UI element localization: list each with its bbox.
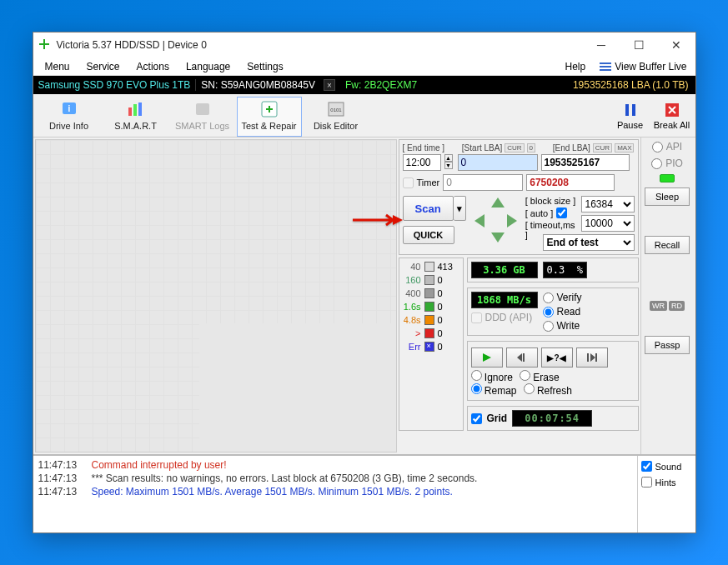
action-remap[interactable]: Remap — [471, 383, 517, 397]
block-size-select[interactable]: 16384 — [581, 196, 635, 212]
device-name[interactable]: Samsung SSD 970 EVO Plus 1TB — [33, 79, 197, 91]
main-row: [ End time ] [Start LBA]CUR0 [End LBA]CU… — [33, 138, 695, 454]
mode-read[interactable]: Read — [543, 306, 582, 318]
svg-marker-20 — [590, 353, 595, 362]
app-icon — [38, 38, 52, 52]
start-lba-input[interactable] — [458, 154, 538, 171]
minimize-button[interactable]: ─ — [583, 33, 620, 57]
sleep-button[interactable]: Sleep — [645, 188, 690, 206]
tab-smart-logs[interactable]: SMART Logs — [170, 97, 235, 137]
pause-button[interactable]: Pause — [610, 98, 650, 133]
scan-dropdown[interactable]: ▾ — [454, 196, 466, 221]
dpad-right[interactable] — [507, 214, 517, 228]
tab-test-repair[interactable]: Test & Repair — [237, 97, 302, 137]
quick-button[interactable]: QUICK — [403, 226, 454, 244]
action-refresh[interactable]: Refresh — [524, 383, 572, 397]
pause-icon — [620, 102, 640, 118]
svg-rect-12 — [625, 104, 629, 116]
end-lba-cur-badge[interactable]: CUR — [593, 143, 612, 152]
start-lba-cur-badge[interactable]: CUR — [505, 143, 524, 152]
main-toolbar: i Drive Info S.M.A.R.T SMART Logs Test &… — [33, 94, 695, 138]
timing-legend: 40413 1600 4000 1.6s0 4.8s0 >0 Err×0 — [399, 258, 464, 431]
tab-smart[interactable]: S.M.A.R.T — [103, 97, 168, 137]
svg-text:0101: 0101 — [330, 108, 342, 112]
svg-rect-8 — [196, 103, 209, 115]
start-lba-zero-badge[interactable]: 0 — [527, 143, 535, 152]
current-block-value — [526, 174, 615, 191]
dpad-left[interactable] — [474, 214, 484, 228]
disk-editor-icon: 0101 — [323, 99, 349, 119]
menu-service[interactable]: Service — [78, 59, 128, 74]
menu-bar: Menu Service Actions Language Settings H… — [33, 58, 695, 76]
mode-verify[interactable]: Verify — [543, 292, 582, 303]
svg-marker-15 — [393, 215, 403, 225]
end-lba-max-badge[interactable]: MAX — [615, 143, 634, 152]
app-window: Victoria 5.37 HDD/SSD | Device 0 ─ ☐ ✕ M… — [33, 32, 696, 533]
menu-language[interactable]: Language — [178, 59, 238, 74]
stop-icon — [662, 102, 682, 118]
svg-rect-2 — [600, 69, 611, 71]
end-of-test-select[interactable]: End of test — [543, 234, 635, 251]
log-row: 11:47:13Command interrupted by user! — [38, 459, 632, 471]
play-button[interactable] — [471, 348, 503, 368]
scan-button[interactable]: Scan — [403, 196, 454, 221]
recall-button[interactable]: Recall — [645, 236, 690, 254]
svg-rect-0 — [600, 62, 611, 64]
tab-disk-editor[interactable]: 0101 Disk Editor — [304, 97, 369, 137]
end-time-input[interactable] — [403, 154, 441, 171]
log-table[interactable]: 11:47:13Command interrupted by user! 11:… — [33, 456, 637, 532]
time-up[interactable]: ▲ — [444, 154, 453, 162]
menu-actions[interactable]: Actions — [128, 59, 178, 74]
timer-label: Timer — [417, 178, 440, 188]
random-button[interactable]: ▶?◀ — [541, 348, 573, 368]
log-side: Sound Hints — [637, 456, 695, 532]
mode-write[interactable]: Write — [543, 320, 582, 332]
clear-sn-button[interactable]: × — [324, 79, 335, 91]
hints-checkbox[interactable]: Hints — [641, 477, 692, 488]
menu-settings[interactable]: Settings — [238, 59, 291, 74]
auto-checkbox[interactable] — [556, 208, 567, 218]
device-bar: Samsung SSD 970 EVO Plus 1TB SN: S59ANG0… — [33, 76, 695, 94]
grid-checkbox[interactable] — [471, 413, 482, 424]
timer-value — [443, 174, 523, 191]
step-back-button[interactable] — [506, 348, 538, 368]
maximize-button[interactable]: ☐ — [620, 33, 658, 57]
svg-text:i: i — [68, 104, 70, 113]
timeout-select[interactable]: 10000 — [581, 215, 635, 232]
end-lba-label: [End LBA] — [553, 143, 590, 152]
action-ignore[interactable]: Ignore — [471, 370, 513, 383]
nav-dpad — [473, 196, 519, 244]
lba-info: 1953525168 LBA (1.0 TB) — [566, 79, 695, 91]
svg-rect-19 — [587, 353, 589, 362]
progress-pct: 0.3 % — [543, 262, 587, 278]
end-time-label: [ End time ] — [403, 143, 445, 152]
block-size-label: [ block size ] — [525, 196, 576, 206]
progress-gb: 3.36 GB — [471, 262, 538, 278]
sound-checkbox[interactable]: Sound — [641, 461, 692, 472]
dpad-up[interactable] — [491, 198, 505, 208]
close-button[interactable]: ✕ — [658, 33, 695, 57]
svg-rect-13 — [632, 104, 635, 116]
menu-menu[interactable]: Menu — [37, 59, 78, 74]
break-all-button[interactable]: Break All — [652, 98, 692, 133]
speed-display: 1868 MB/s — [471, 292, 538, 308]
view-buffer-live[interactable]: View Buffer Live — [594, 61, 691, 72]
surface-map[interactable] — [35, 139, 397, 452]
svg-rect-6 — [133, 104, 137, 116]
status-led — [660, 174, 675, 182]
step-fwd-button[interactable] — [576, 348, 608, 368]
pointer-arrow-annotation — [353, 213, 403, 229]
passp-button[interactable]: Passp — [645, 336, 690, 354]
svg-rect-5 — [128, 108, 132, 116]
test-repair-icon — [256, 99, 283, 119]
timer-checkbox — [403, 178, 414, 188]
time-down[interactable]: ▼ — [444, 162, 453, 169]
tab-drive-info[interactable]: i Drive Info — [37, 97, 102, 137]
scan-controls: [ End time ] [Start LBA]CUR0 [End LBA]CU… — [399, 138, 640, 454]
api-radio[interactable]: API — [652, 141, 682, 152]
pio-radio[interactable]: PIO — [651, 158, 683, 169]
dpad-down[interactable] — [491, 232, 505, 242]
action-erase[interactable]: Erase — [520, 370, 560, 383]
menu-help[interactable]: Help — [557, 59, 595, 74]
end-lba-input[interactable] — [541, 154, 630, 171]
